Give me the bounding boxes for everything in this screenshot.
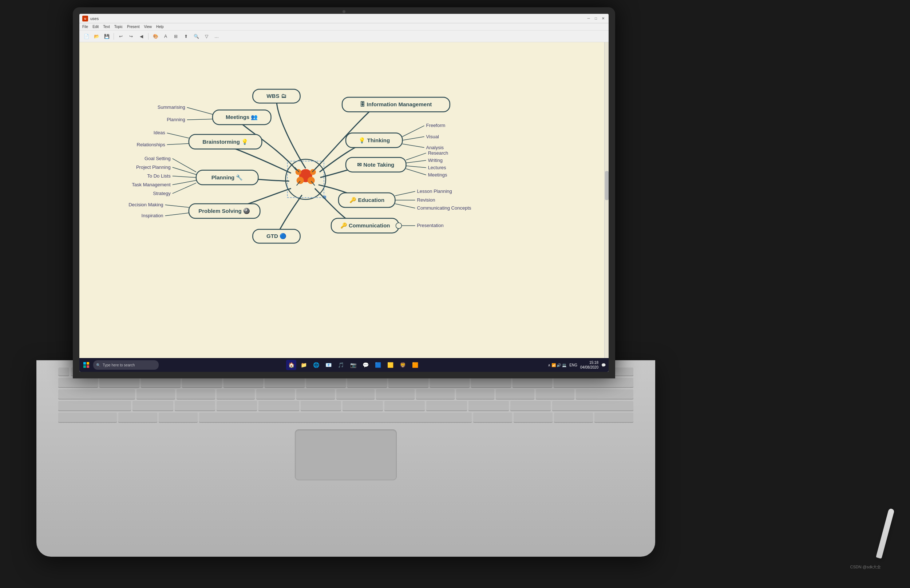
menu-help[interactable]: Help (156, 25, 164, 29)
svg-line-64 (406, 169, 426, 175)
toolbar-color[interactable]: 🎨 (152, 32, 160, 40)
svg-line-68 (395, 191, 415, 196)
toolbar-back[interactable]: ◀ (137, 32, 145, 40)
svg-text:✉ Note Taking: ✉ Note Taking (357, 162, 394, 168)
task-icon-7[interactable]: 🟦 (373, 360, 383, 370)
toolbar-open[interactable]: 📂 (92, 32, 100, 40)
toolbar-save[interactable]: 💾 (103, 32, 111, 40)
toolbar-search[interactable]: 🔍 (192, 32, 200, 40)
toolbar-filter[interactable]: ▽ (202, 32, 210, 40)
svg-line-54 (402, 144, 424, 148)
task-icon-4[interactable]: 🎵 (336, 360, 346, 370)
menu-topic[interactable]: Topic (114, 25, 123, 29)
task-icon-10[interactable]: 🟧 (410, 360, 420, 370)
task-icon-6[interactable]: 💬 (360, 360, 370, 370)
svg-text:Meetings: Meetings (428, 172, 447, 178)
svg-text:Communicating Concepts: Communicating Concepts (417, 205, 472, 211)
svg-rect-81 (83, 365, 86, 368)
svg-point-76 (396, 223, 401, 228)
app-icon: u (82, 16, 88, 21)
time-display: 15:18 (580, 360, 598, 365)
svg-line-18 (187, 119, 213, 120)
svg-text:Visual: Visual (426, 134, 439, 139)
maximize-button[interactable]: □ (593, 16, 598, 21)
menu-edit[interactable]: Edit (92, 25, 99, 29)
svg-line-52 (402, 136, 424, 140)
svg-rect-80 (87, 362, 89, 365)
svg-point-5 (307, 177, 315, 184)
svg-line-42 (165, 213, 189, 216)
window-title: uses (90, 16, 99, 21)
svg-line-40 (165, 205, 189, 207)
menu-text[interactable]: Text (103, 25, 110, 29)
svg-text:Writing: Writing (428, 158, 443, 163)
svg-point-4 (297, 177, 304, 184)
keyboard-base (36, 360, 655, 557)
svg-text:Analysis: Analysis (426, 145, 444, 150)
screen: u uses ─ □ ✕ File Edit Text Topic Presen… (79, 14, 609, 372)
svg-text:Lesson Planning: Lesson Planning (417, 189, 452, 194)
svg-text:Presentation: Presentation (417, 223, 444, 228)
task-icon-8[interactable]: 🟨 (385, 360, 395, 370)
svg-line-58 (406, 153, 426, 160)
task-icon-9[interactable]: 🦁 (398, 360, 408, 370)
svg-text:WBS 🗂: WBS 🗂 (267, 93, 286, 99)
svg-text:GTD 🔵: GTD 🔵 (267, 233, 286, 239)
svg-line-30 (173, 167, 196, 174)
svg-line-72 (395, 204, 415, 208)
svg-line-34 (173, 181, 196, 185)
svg-text:🔑 Education: 🔑 Education (349, 197, 385, 204)
svg-text:Inspiration: Inspiration (142, 213, 163, 218)
menu-file[interactable]: File (82, 25, 88, 29)
search-placeholder: Type here to search (103, 363, 135, 367)
minimize-button[interactable]: ─ (586, 16, 591, 21)
svg-text:Goal Setting: Goal Setting (144, 156, 171, 161)
trackpad[interactable] (295, 430, 397, 480)
task-icon-3[interactable]: 📧 (323, 360, 333, 370)
notification-area[interactable]: 💬 (601, 363, 606, 367)
toolbar-new[interactable]: 📄 (82, 32, 90, 40)
svg-text:Summarising: Summarising (158, 105, 185, 110)
task-icon-2[interactable]: 📁 (299, 360, 309, 370)
screen-bezel: u uses ─ □ ✕ File Edit Text Topic Presen… (73, 7, 615, 378)
task-icon-5[interactable]: 📷 (348, 360, 358, 370)
toolbar-grid[interactable]: ⊞ (172, 32, 180, 40)
toolbar-font[interactable]: A (162, 32, 170, 40)
close-button[interactable]: ✕ (601, 16, 606, 21)
start-button[interactable] (79, 358, 93, 372)
svg-text:Relationships: Relationships (137, 142, 166, 147)
toolbar-more[interactable]: … (213, 32, 221, 40)
svg-text:Lectures: Lectures (428, 165, 446, 170)
menu-present[interactable]: Present (127, 25, 139, 29)
toolbar-undo[interactable]: ↩ (117, 32, 125, 40)
svg-text:Decision Making: Decision Making (128, 202, 163, 207)
svg-line-36 (173, 183, 196, 194)
toolbar-export[interactable]: ⬆ (182, 32, 190, 40)
task-icon-1[interactable]: 🏠 (286, 360, 296, 370)
laptop-container: u uses ─ □ ✕ File Edit Text Topic Presen… (0, 0, 910, 588)
svg-line-50 (402, 126, 424, 136)
menu-view[interactable]: View (144, 25, 152, 29)
search-bar[interactable]: 🔍 Type here to search (93, 360, 159, 370)
toolbar-sep2 (148, 33, 149, 40)
svg-text:Project Planning: Project Planning (136, 165, 171, 170)
svg-line-32 (173, 176, 196, 178)
svg-text:Planning 🔧: Planning 🔧 (212, 174, 243, 181)
svg-text:Freeform: Freeform (426, 123, 446, 128)
svg-text:💡 Thinking: 💡 Thinking (359, 137, 390, 144)
toolbar-sep1 (113, 33, 114, 40)
svg-text:Research: Research (428, 150, 448, 156)
svg-line-22 (167, 133, 189, 138)
task-icon-edge[interactable]: 🌐 (311, 360, 321, 370)
toolbar-redo[interactable]: ↪ (127, 32, 135, 40)
titlebar: u uses ─ □ ✕ (79, 14, 609, 23)
svg-text:Revision: Revision (417, 197, 435, 203)
svg-point-3 (310, 169, 316, 175)
svg-text:Task Management: Task Management (132, 182, 171, 187)
svg-text:Planning: Planning (167, 117, 185, 122)
svg-text:To Do Lists: To Do Lists (147, 173, 171, 179)
date-display: 04/08/2020 (580, 365, 598, 370)
svg-text:🗄 Information Management: 🗄 Information Management (360, 101, 432, 107)
window-controls[interactable]: ─ □ ✕ (586, 16, 606, 21)
taskbar-tray: ∧ 📶 🔊 💻 ENG 15:18 04/08/2020 💬 (548, 360, 609, 370)
